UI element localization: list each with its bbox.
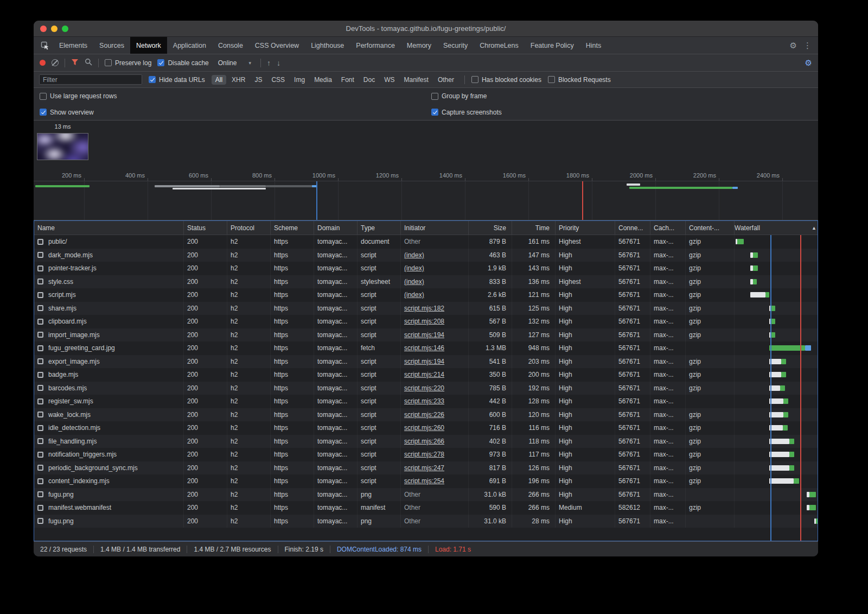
column-header-waterfall[interactable]: Waterfall▲ (735, 221, 818, 235)
request-name[interactable]: file_handling.mjs (48, 438, 97, 445)
zoom-window-button[interactable] (62, 26, 68, 32)
request-name[interactable]: notification_triggers.mjs (48, 451, 117, 458)
tab-hints[interactable]: Hints (580, 37, 607, 54)
request-name[interactable]: script.mjs (48, 291, 76, 299)
request-name[interactable]: dark_mode.mjs (48, 251, 93, 259)
request-name[interactable]: manifest.webmanifest (48, 504, 111, 511)
initiator-link[interactable]: script.mjs:146 (404, 344, 444, 352)
initiator-link[interactable]: (index) (404, 264, 424, 272)
table-row[interactable]: fugu_greeting_card.jpg200h2httpstomayac.… (34, 341, 818, 355)
request-name[interactable]: fugu.png (48, 491, 74, 498)
request-name[interactable]: public/ (48, 238, 67, 245)
record-button[interactable] (40, 60, 46, 66)
type-filter-doc[interactable]: Doc (360, 75, 379, 85)
export-har-icon[interactable]: ↓ (277, 59, 280, 67)
column-header-priority[interactable]: Priority (556, 221, 615, 235)
table-row[interactable]: content_indexing.mjs200h2httpstomayac...… (34, 474, 818, 488)
type-filter-font[interactable]: Font (337, 75, 358, 85)
preserve-log-checkbox[interactable]: Preserve log (105, 59, 151, 67)
minimize-window-button[interactable] (51, 26, 58, 32)
request-name[interactable]: idle_detection.mjs (48, 424, 100, 432)
initiator-link[interactable]: script.mjs:214 (404, 371, 444, 378)
table-row[interactable]: dark_mode.mjs200h2httpstomayac...script(… (34, 249, 818, 262)
tab-security[interactable]: Security (437, 37, 474, 54)
tab-lighthouse[interactable]: Lighthouse (305, 37, 350, 54)
type-filter-other[interactable]: Other (434, 75, 458, 85)
initiator-link[interactable]: (index) (404, 291, 424, 299)
request-name[interactable]: import_image.mjs (48, 331, 100, 339)
request-name[interactable]: periodic_background_sync.mjs (48, 464, 138, 472)
type-filter-all[interactable]: All (212, 75, 226, 85)
tab-css-overview[interactable]: CSS Overview (249, 37, 305, 54)
tab-network[interactable]: Network (130, 37, 167, 54)
filter-icon[interactable] (71, 59, 79, 67)
clear-network-log-icon[interactable] (52, 59, 59, 66)
request-name[interactable]: export_image.mjs (48, 358, 100, 365)
settings-gear-icon[interactable]: ⚙ (790, 41, 797, 50)
table-row[interactable]: badge.mjs200h2httpstomayac...scriptscrip… (34, 368, 818, 382)
table-row[interactable]: share.mjs200h2httpstomayac...scriptscrip… (34, 302, 818, 315)
column-header-initiator[interactable]: Initiator (401, 221, 469, 235)
request-name[interactable]: pointer-tracker.js (48, 264, 97, 272)
tab-feature-policy[interactable]: Feature Policy (525, 37, 580, 54)
search-icon[interactable] (85, 58, 92, 67)
table-row[interactable]: clipboard.mjs200h2httpstomayac...scripts… (34, 315, 818, 328)
table-row[interactable]: style.css200h2httpstomayac...stylesheet(… (34, 275, 818, 289)
table-row[interactable]: pointer-tracker.js200h2httpstomayac...sc… (34, 262, 818, 275)
throttling-select[interactable]: Online ▾ (215, 58, 254, 68)
type-filter-media[interactable]: Media (310, 75, 336, 85)
tab-sources[interactable]: Sources (93, 37, 130, 54)
show-overview-checkbox[interactable]: Show overview (40, 109, 94, 116)
type-filter-manifest[interactable]: Manifest (400, 75, 432, 85)
tab-elements[interactable]: Elements (53, 37, 93, 54)
initiator-link[interactable]: script.mjs:220 (404, 384, 444, 392)
table-row[interactable]: fugu.png200h2httpstomayac...pngOther31.0… (34, 515, 818, 528)
request-name[interactable]: register_sw.mjs (48, 397, 93, 405)
column-header-size[interactable]: Size (469, 221, 512, 235)
table-row[interactable]: manifest.webmanifest200h2httpstomayac...… (34, 501, 818, 515)
request-name[interactable]: fugu_greeting_card.jpg (48, 344, 115, 352)
request-name[interactable]: badge.mjs (48, 371, 78, 378)
initiator-link[interactable]: script.mjs:266 (404, 438, 444, 445)
tab-memory[interactable]: Memory (401, 37, 437, 54)
column-header-protocol[interactable]: Protocol (227, 221, 271, 235)
tab-performance[interactable]: Performance (350, 37, 401, 54)
group-by-frame-checkbox[interactable]: Group by frame (431, 92, 487, 100)
inspect-element-icon[interactable] (37, 37, 53, 54)
request-name[interactable]: style.css (48, 278, 73, 286)
type-filter-js[interactable]: JS (251, 75, 266, 85)
network-overview[interactable] (34, 181, 818, 220)
table-row[interactable]: export_image.mjs200h2httpstomayac...scri… (34, 355, 818, 369)
network-settings-gear-icon[interactable]: ⚙ (805, 58, 812, 68)
request-name[interactable]: share.mjs (48, 305, 76, 312)
table-row[interactable]: barcodes.mjs200h2httpstomayac...scriptsc… (34, 382, 818, 395)
request-name[interactable]: content_indexing.mjs (48, 477, 110, 485)
has-blocked-cookies-checkbox[interactable]: Has blocked cookies (471, 76, 541, 84)
initiator-link[interactable]: (index) (404, 278, 424, 286)
filter-input[interactable] (39, 74, 142, 85)
initiator-link[interactable]: script.mjs:194 (404, 358, 444, 365)
disable-cache-checkbox[interactable]: Disable cache (157, 59, 208, 67)
table-row[interactable]: public/200h2httpstomayac...documentOther… (34, 235, 818, 249)
request-name[interactable]: clipboard.mjs (48, 318, 87, 325)
table-row[interactable]: notification_triggers.mjs200h2httpstomay… (34, 448, 818, 461)
initiator-link[interactable]: script.mjs:260 (404, 424, 444, 432)
screenshot-thumbnail[interactable] (37, 133, 88, 160)
column-header-content[interactable]: Content-... (686, 221, 735, 235)
type-filter-ws[interactable]: WS (380, 75, 398, 85)
capture-screenshots-checkbox[interactable]: Capture screenshots (431, 109, 502, 116)
column-header-scheme[interactable]: Scheme (271, 221, 314, 235)
initiator-link[interactable]: script.mjs:278 (404, 451, 444, 458)
blocked-requests-checkbox[interactable]: Blocked Requests (548, 76, 611, 84)
initiator-link[interactable]: (index) (404, 251, 424, 259)
tab-application[interactable]: Application (167, 37, 212, 54)
table-row[interactable]: periodic_background_sync.mjs200h2httpsto… (34, 461, 818, 475)
type-filter-xhr[interactable]: XHR (228, 75, 249, 85)
table-row[interactable]: wake_lock.mjs200h2httpstomayac...scripts… (34, 408, 818, 422)
table-row[interactable]: file_handling.mjs200h2httpstomayac...scr… (34, 435, 818, 448)
close-window-button[interactable] (40, 26, 47, 32)
initiator-link[interactable]: script.mjs:182 (404, 305, 444, 312)
initiator-link[interactable]: script.mjs:233 (404, 397, 444, 405)
type-filter-img[interactable]: Img (290, 75, 309, 85)
type-filter-css[interactable]: CSS (267, 75, 289, 85)
